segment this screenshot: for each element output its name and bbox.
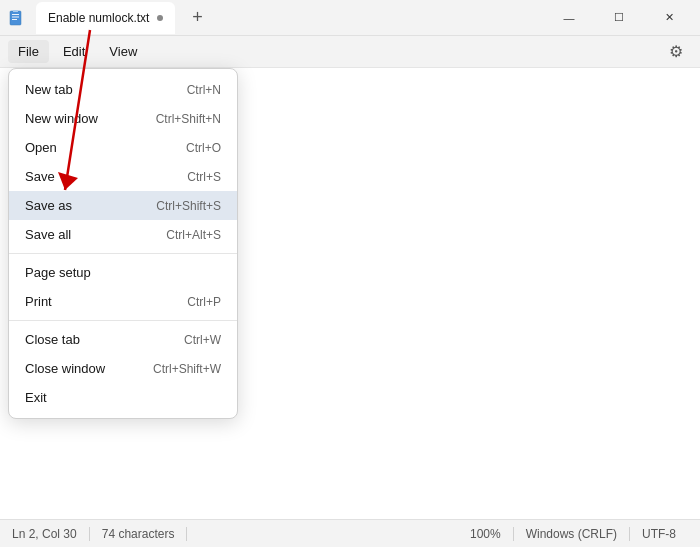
- maximize-button[interactable]: ☐: [596, 2, 642, 34]
- settings-icon[interactable]: ⚙: [660, 36, 692, 68]
- menu-new-window[interactable]: New window Ctrl+Shift+N: [9, 104, 237, 133]
- menu-print[interactable]: Print Ctrl+P: [9, 287, 237, 316]
- tab-label: Enable numlock.txt: [48, 11, 149, 25]
- menu-open-shortcut: Ctrl+O: [186, 141, 221, 155]
- menu-new-window-shortcut: Ctrl+Shift+N: [156, 112, 221, 126]
- menu-new-tab[interactable]: New tab Ctrl+N: [9, 75, 237, 104]
- menu-save-all-label: Save all: [25, 227, 71, 242]
- statusbar-line-ending: Windows (CRLF): [514, 527, 630, 541]
- svg-rect-1: [12, 14, 19, 15]
- statusbar-position: Ln 2, Col 30: [12, 527, 90, 541]
- menu-save-all[interactable]: Save all Ctrl+Alt+S: [9, 220, 237, 249]
- menu-open-label: Open: [25, 140, 57, 155]
- current-tab[interactable]: Enable numlock.txt: [36, 2, 175, 34]
- statusbar: Ln 2, Col 30 74 characters 100% Windows …: [0, 519, 700, 547]
- menu-save-as-shortcut: Ctrl+Shift+S: [156, 199, 221, 213]
- titlebar: Enable numlock.txt + — ☐ ✕: [0, 0, 700, 36]
- window-controls: — ☐ ✕: [546, 2, 692, 34]
- menu-save[interactable]: Save Ctrl+S: [9, 162, 237, 191]
- menu-save-label: Save: [25, 169, 55, 184]
- menu-exit-label: Exit: [25, 390, 47, 405]
- menu-edit[interactable]: Edit: [53, 40, 95, 63]
- menu-close-tab-label: Close tab: [25, 332, 80, 347]
- menu-open[interactable]: Open Ctrl+O: [9, 133, 237, 162]
- svg-rect-3: [12, 19, 17, 20]
- svg-rect-4: [13, 10, 18, 12]
- menu-page-setup-label: Page setup: [25, 265, 91, 280]
- menu-close-window[interactable]: Close window Ctrl+Shift+W: [9, 354, 237, 383]
- menu-save-as[interactable]: Save as Ctrl+Shift+S: [9, 191, 237, 220]
- menu-new-window-label: New window: [25, 111, 98, 126]
- svg-rect-0: [10, 11, 21, 25]
- statusbar-characters: 74 characters: [90, 527, 188, 541]
- menu-new-tab-label: New tab: [25, 82, 73, 97]
- minimize-button[interactable]: —: [546, 2, 592, 34]
- svg-rect-2: [12, 16, 19, 17]
- menu-close-tab-shortcut: Ctrl+W: [184, 333, 221, 347]
- menubar: File Edit View ⚙: [0, 36, 700, 68]
- app-icon: [8, 10, 24, 26]
- titlebar-left: Enable numlock.txt +: [8, 2, 546, 34]
- menu-save-shortcut: Ctrl+S: [187, 170, 221, 184]
- tab-unsaved-indicator: [157, 15, 163, 21]
- close-button[interactable]: ✕: [646, 2, 692, 34]
- menu-page-setup[interactable]: Page setup: [9, 258, 237, 287]
- menu-view[interactable]: View: [99, 40, 147, 63]
- statusbar-zoom: 100%: [458, 527, 514, 541]
- menu-save-all-shortcut: Ctrl+Alt+S: [166, 228, 221, 242]
- menu-print-shortcut: Ctrl+P: [187, 295, 221, 309]
- menu-new-tab-shortcut: Ctrl+N: [187, 83, 221, 97]
- menu-exit[interactable]: Exit: [9, 383, 237, 412]
- menu-file[interactable]: File: [8, 40, 49, 63]
- menu-close-window-shortcut: Ctrl+Shift+W: [153, 362, 221, 376]
- new-tab-button[interactable]: +: [183, 4, 211, 32]
- file-dropdown-menu: New tab Ctrl+N New window Ctrl+Shift+N O…: [8, 68, 238, 419]
- menu-close-window-label: Close window: [25, 361, 105, 376]
- menu-close-tab[interactable]: Close tab Ctrl+W: [9, 325, 237, 354]
- menu-print-label: Print: [25, 294, 52, 309]
- separator-1: [9, 253, 237, 254]
- separator-2: [9, 320, 237, 321]
- statusbar-encoding: UTF-8: [630, 527, 688, 541]
- menu-save-as-label: Save as: [25, 198, 72, 213]
